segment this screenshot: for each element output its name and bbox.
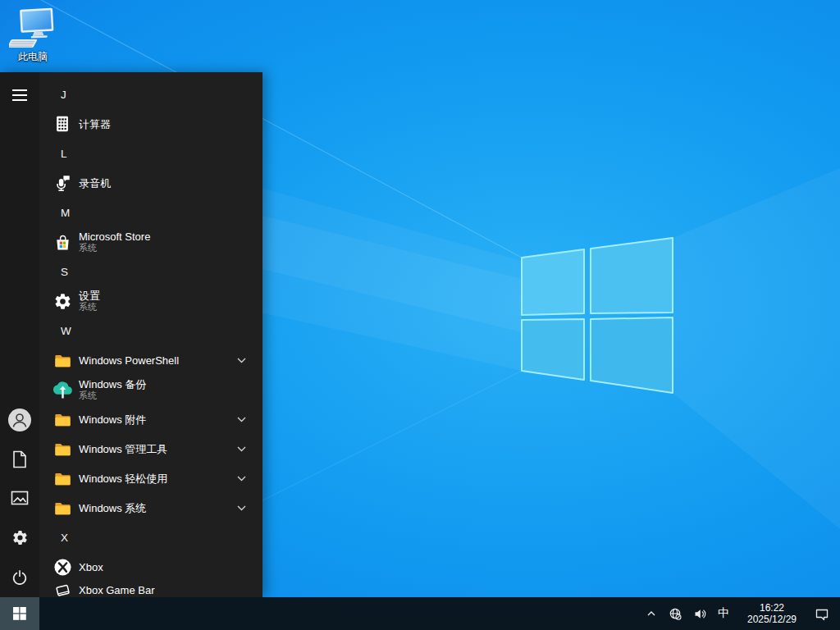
section-letter-m[interactable]: M [39,198,262,227]
speaker-icon [693,607,707,621]
xbox-game-bar-icon [52,580,72,597]
app-label: Windows 备份 [79,378,146,390]
start-button[interactable] [0,597,39,630]
chevron-down-icon[interactable] [237,446,246,452]
section-letter-s[interactable]: S [39,257,262,286]
app-item-settings[interactable]: 设置 系统 [39,286,262,316]
hamburger-icon [12,89,27,101]
app-item-calculator[interactable]: 计算器 [39,109,262,139]
settings-gear-icon [52,291,72,311]
this-pc-icon [9,7,57,49]
app-item-xbox-game-bar[interactable]: Xbox Game Bar [39,575,262,597]
pictures-icon [11,490,29,506]
app-subtitle: 系统 [79,302,100,313]
app-list: J 计算器 L [39,80,262,597]
taskbar-empty-area[interactable] [39,597,642,630]
app-label: Xbox [79,561,103,573]
windows-logo [522,238,673,393]
section-letter-j[interactable]: J [39,80,262,109]
folder-label: Windows 轻松使用 [79,472,167,485]
rail-settings-button[interactable] [0,519,39,555]
power-icon [11,568,29,587]
action-center-button[interactable] [812,597,832,630]
user-account-button[interactable] [0,402,39,438]
chevron-down-icon[interactable] [237,505,246,511]
section-letter-x[interactable]: X [39,523,262,552]
clock-time: 16:22 [760,602,784,614]
user-avatar-icon [7,408,32,432]
folder-item-windows-accessories[interactable]: Windows 附件 [39,404,262,434]
taskbar: 中 16:22 2025/12/29 [0,597,840,630]
this-pc-label: 此电脑 [3,50,62,64]
app-label: 设置 [79,290,100,302]
folder-item-windows-system[interactable]: Windows 系统 [39,493,262,523]
start-menu-rail [0,72,39,597]
app-label: Xbox Game Bar [79,584,155,596]
chevron-up-icon [645,607,658,620]
ime-indicator[interactable]: 中 [715,597,732,630]
expand-menu-button[interactable] [0,77,39,113]
folder-label: Windows 系统 [79,502,146,514]
folder-item-windows-ease-of-access[interactable]: Windows 轻松使用 [39,463,262,493]
network-status-button[interactable] [666,597,685,630]
folder-icon [52,439,72,459]
section-letter-w[interactable]: W [39,316,262,345]
cloud-backup-icon [52,380,72,399]
app-item-windows-backup[interactable]: Windows 备份 系统 [39,375,262,404]
folder-icon [52,409,72,429]
app-item-voice-recorder[interactable]: 录音机 [39,168,262,198]
folder-label: Windows 附件 [79,413,146,426]
folder-item-windows-admin-tools[interactable]: Windows 管理工具 [39,434,262,463]
app-subtitle: 系统 [79,243,150,253]
voice-recorder-icon [52,173,72,193]
app-label: 计算器 [79,118,111,130]
app-label: 录音机 [79,177,111,189]
clock-date: 2025/12/29 [747,614,797,625]
volume-button[interactable] [691,597,710,630]
show-hidden-icons-button[interactable] [642,597,660,630]
microsoft-store-icon [52,232,72,252]
chevron-down-icon[interactable] [237,358,246,363]
folder-label: Windows PowerShell [79,354,179,367]
calculator-icon [52,114,72,134]
pictures-button[interactable] [0,480,39,516]
xbox-icon [52,557,72,577]
screen: 此电脑 [0,0,840,630]
chevron-down-icon[interactable] [237,476,246,482]
app-subtitle: 系统 [79,390,146,401]
globe-no-internet-icon [669,607,682,621]
folder-icon [52,498,72,518]
folder-icon [52,350,72,370]
start-menu: J 计算器 L [0,72,262,597]
document-icon [11,450,28,468]
folder-item-windows-powershell[interactable]: Windows PowerShell [39,345,262,375]
gear-icon [11,529,29,546]
system-tray: 中 16:22 2025/12/29 [642,597,840,630]
folder-icon [52,468,72,488]
clock[interactable]: 16:22 2025/12/29 [737,602,806,625]
section-letter-l[interactable]: L [39,139,262,168]
chevron-down-icon[interactable] [237,417,246,422]
notification-bubble-icon [815,607,829,621]
windows-logo-icon [13,607,26,620]
folder-label: Windows 管理工具 [79,443,167,455]
desktop-icon-this-pc[interactable]: 此电脑 [3,7,62,64]
app-item-microsoft-store[interactable]: Microsoft Store 系统 [39,227,262,257]
documents-button[interactable] [0,441,39,477]
app-label: Microsoft Store [79,231,150,243]
power-button[interactable] [0,559,39,596]
